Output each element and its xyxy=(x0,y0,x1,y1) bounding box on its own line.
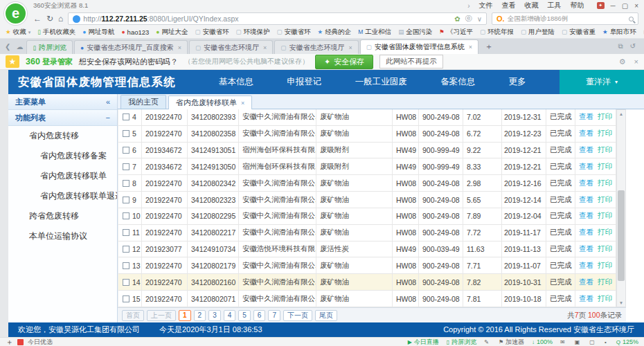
save-password-button[interactable]: ✦安全保存 xyxy=(315,55,373,69)
view-link[interactable]: 查看 xyxy=(579,145,593,155)
view-link[interactable]: 查看 xyxy=(579,261,593,271)
table-row[interactable]: 12 201923077 34124910734 安徽浩悦环境科技有限... 废… xyxy=(118,242,616,258)
bookmark-item[interactable]: ● hao123 xyxy=(121,28,149,36)
row-checkbox[interactable] xyxy=(123,246,129,253)
row-checkbox[interactable] xyxy=(123,229,129,236)
print-link[interactable]: 打印 xyxy=(598,228,612,237)
print-link[interactable]: 打印 xyxy=(598,277,612,287)
row-checkbox[interactable] xyxy=(123,262,129,269)
table-row[interactable]: 7 201934672 34124913050 宿州海创环保科技有限... 废吸… xyxy=(118,158,616,175)
tab-close-icon[interactable]: × xyxy=(469,44,472,51)
status-item[interactable]: ▣ xyxy=(575,339,582,345)
status-item[interactable]: ▢ xyxy=(589,339,597,345)
search-icon[interactable] xyxy=(629,17,634,21)
tab-close-icon[interactable]: × xyxy=(241,100,244,107)
new-tab-button[interactable]: ＋ xyxy=(480,41,498,53)
minus-icon[interactable]: − xyxy=(106,113,110,122)
sidebar-main-header[interactable]: 主要菜单 « xyxy=(8,94,117,110)
dismiss-site-button[interactable]: 此网站不再提示 xyxy=(379,55,443,69)
bookmark-item[interactable]: ▢ 安徽省重 xyxy=(562,28,596,37)
nav-item[interactable]: 一般工业固废 xyxy=(355,76,407,88)
view-link[interactable]: 查看 xyxy=(579,195,593,205)
sidebar-item[interactable]: 省内危废转移 xyxy=(8,126,117,146)
status-item[interactable]: ↓ 100% xyxy=(532,338,553,345)
sidebar-item[interactable]: 省内危废转移联单退运 xyxy=(8,186,117,206)
print-link[interactable]: 打印 xyxy=(598,244,612,254)
view-link[interactable]: 查看 xyxy=(579,244,593,254)
url-dropdown-icon[interactable]: ∨ xyxy=(477,15,482,23)
page-button[interactable]: 首页 xyxy=(122,310,144,321)
table-row[interactable]: 15 201922470 34120802071 安徽中久润滑油有限公... 废… xyxy=(118,291,616,307)
plugin-flower-icon[interactable]: ✿ xyxy=(454,15,460,23)
page-button[interactable]: 尾页 xyxy=(315,310,337,321)
browser-tab[interactable]: ▢ 安徽省固体废物管理信息系统 × xyxy=(360,39,478,54)
view-link[interactable]: 查看 xyxy=(579,129,593,138)
page-button[interactable]: 1 xyxy=(179,310,191,321)
view-link[interactable]: 查看 xyxy=(579,179,593,188)
browser-tab[interactable]: ▢ 安徽省生态环境厅 × xyxy=(274,40,358,54)
view-link[interactable]: 查看 xyxy=(579,294,593,304)
table-scrollbar[interactable]: ▲ ▼ xyxy=(616,109,626,307)
close-bar-icon[interactable]: × xyxy=(634,57,638,66)
search-input[interactable]: O. 全国新增确诊1886例 xyxy=(492,12,638,25)
nav-item[interactable]: 申报登记 xyxy=(287,76,321,88)
gift-icon[interactable]: ✦ xyxy=(597,2,605,9)
browser-menu-item[interactable]: 帮助 xyxy=(571,1,584,10)
print-link[interactable]: 打印 xyxy=(598,129,612,138)
scrollbar-track[interactable] xyxy=(617,118,625,299)
browser-tab[interactable]: ▯ 跨屏浏览 xyxy=(26,40,73,54)
table-row[interactable]: 8 201922470 34120802342 安徽中久润滑油有限公... 废矿… xyxy=(118,175,616,192)
bookmark-item[interactable]: ▢ 环境保护 xyxy=(235,28,269,37)
bookmark-item[interactable]: ▤ 全国污染 xyxy=(398,28,432,37)
status-item[interactable]: ▶ 今日直播 xyxy=(408,338,439,346)
tab-close-icon[interactable]: × xyxy=(178,44,181,51)
table-row[interactable]: 6 201934672 34124913051 宿州海创环保科技有限... 废吸… xyxy=(118,143,616,159)
browser-tab[interactable]: ● 安徽省生态环境厅_百度搜索 × xyxy=(74,40,188,54)
page-button[interactable]: 上一页 xyxy=(147,310,176,321)
plugin-e-icon[interactable]: ⓔ xyxy=(465,14,472,24)
table-row[interactable]: 14 201922470 34120802160 安徽中久润滑油有限公... 废… xyxy=(118,274,616,291)
print-link[interactable]: 打印 xyxy=(598,294,612,304)
row-checkbox[interactable] xyxy=(123,147,129,154)
minimize-button[interactable]: ─ xyxy=(611,2,616,10)
print-link[interactable]: 打印 xyxy=(598,162,612,172)
bookmark-item[interactable]: ★ 收藏 ▾ xyxy=(6,28,30,37)
close-button[interactable]: × xyxy=(634,2,638,10)
row-checkbox[interactable] xyxy=(123,197,129,203)
print-link[interactable]: 打印 xyxy=(598,112,612,122)
page-button[interactable]: 3 xyxy=(208,310,221,321)
content-tab[interactable]: 省内危废转移联单 × xyxy=(168,95,252,109)
sidebar-item[interactable]: 本单位运输协议 xyxy=(8,226,117,246)
row-checkbox[interactable] xyxy=(123,180,129,187)
bookmark-item[interactable]: M 工业和信 xyxy=(358,28,391,37)
page-button[interactable]: 5 xyxy=(238,310,251,321)
print-link[interactable]: 打印 xyxy=(598,211,612,221)
print-link[interactable]: 打印 xyxy=(598,179,612,188)
nav-item[interactable]: 基本信息 xyxy=(219,76,253,88)
status-item[interactable]: ⚑ 加速器 xyxy=(499,338,524,346)
bookmark-item[interactable]: ★ 经典的企 xyxy=(318,28,352,37)
table-row[interactable]: 5 201922470 34120802358 安徽中久润滑油有限公... 废矿… xyxy=(118,126,616,143)
table-row[interactable]: 9 201922470 34120802323 安徽中久润滑油有限公... 废矿… xyxy=(118,192,616,208)
view-link[interactable]: 查看 xyxy=(579,162,593,172)
bookmark-item[interactable]: ★ 阜阳市环 xyxy=(602,28,636,37)
browser-tab[interactable]: ▢ 安徽省生态环境厅 × xyxy=(189,40,273,54)
nav-item[interactable]: 更多 xyxy=(509,76,526,88)
bookmark-item[interactable]: ▢ 安徽省环 xyxy=(195,28,229,37)
view-link[interactable]: 查看 xyxy=(579,277,593,287)
page-button[interactable]: 2 xyxy=(194,310,206,321)
tab-close-icon[interactable]: × xyxy=(348,44,352,51)
row-checkbox[interactable] xyxy=(123,212,129,219)
collapse-icon[interactable]: « xyxy=(106,98,110,106)
table-row[interactable]: 10 201922470 34120802295 安徽中久润滑油有限公... 废… xyxy=(118,208,616,225)
view-link[interactable]: 查看 xyxy=(579,211,593,221)
bookmark-item[interactable]: ● 网址导航 xyxy=(82,28,114,37)
browser-menu-item[interactable]: 文件 xyxy=(479,1,493,10)
print-link[interactable]: 打印 xyxy=(598,195,612,205)
print-link[interactable]: 打印 xyxy=(598,261,612,271)
row-checkbox[interactable] xyxy=(123,130,129,137)
row-checkbox[interactable] xyxy=(123,113,129,120)
sidebar-func-header[interactable]: 功能列表 − xyxy=(8,110,117,126)
status-item[interactable]: ▯ 跨屏浏览 xyxy=(447,338,476,346)
bookmark-item[interactable]: ▢ 用户登陆 xyxy=(521,28,555,37)
